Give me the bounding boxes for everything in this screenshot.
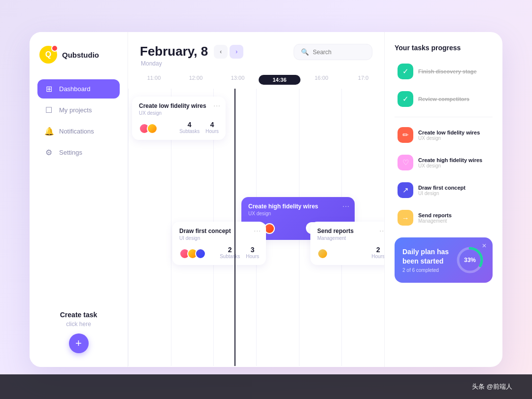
task-menu-dots[interactable]: ···: [213, 101, 221, 109]
daily-plan-text: Daily plan has been started 2 of 6 compl…: [402, 247, 455, 272]
date-nav-buttons: ‹ ›: [214, 45, 243, 59]
hours-stat: 2 Hours: [371, 246, 384, 259]
hours-value: 4: [205, 121, 219, 129]
progress-item-icon: ✓: [398, 64, 413, 79]
circle-percent: 33%: [464, 257, 476, 264]
app-container: Q Qubstudio ⊞ Dashboard ☐ My projects 🔔 …: [30, 32, 502, 367]
dashboard-icon: ⊞: [44, 84, 53, 94]
daily-plan-title: Daily plan has been started: [402, 247, 455, 265]
progress-item-icon: ✓: [398, 91, 413, 107]
progress-item-title: Finish discovery stage: [418, 68, 490, 74]
sidebar-item-settings[interactable]: ⚙ Settings: [37, 143, 120, 162]
circle-progress: 33%: [455, 245, 485, 275]
progress-item-title: Create high fidelity wires: [418, 157, 490, 163]
search-bar[interactable]: 🔍: [294, 44, 372, 60]
avatar: [317, 248, 328, 259]
day-label: Monday: [140, 60, 243, 67]
progress-item-title: Review competitors: [418, 96, 490, 102]
task-menu-dots[interactable]: ···: [379, 227, 384, 234]
task-card-title: Draw first concept: [179, 228, 259, 234]
prev-date-button[interactable]: ‹: [214, 45, 228, 59]
watermark-bar: 头条 @前端人: [0, 374, 532, 399]
sidebar-item-notifications[interactable]: 🔔 Notifications: [37, 122, 120, 141]
progress-item-icon: →: [398, 210, 413, 226]
progress-item-title: Draw first concept: [418, 185, 490, 191]
task-card-title: Create low fidelity wires: [139, 102, 219, 109]
logo-icon: Q: [39, 46, 57, 64]
task-card-send-reports[interactable]: ··· Send reports Management 2 Hours: [310, 222, 384, 265]
progress-item[interactable]: ✓ Finish discovery stage: [395, 60, 493, 83]
progress-item-info: Create high fidelity wires UX design: [418, 157, 490, 168]
progress-item-info: Review competitors: [418, 96, 490, 102]
sidebar-item-label: My projects: [59, 106, 92, 114]
task-card-create-low[interactable]: ··· Create low fidelity wires UX design …: [132, 97, 226, 140]
watermark-text: 头条 @前端人: [472, 382, 512, 391]
sidebar-item-projects[interactable]: ☐ My projects: [37, 100, 120, 120]
sidebar-footer: Create task click here +: [37, 311, 120, 353]
progress-item-sub: UX design: [418, 163, 490, 168]
progress-item-info: Draw first concept UI design: [418, 185, 490, 196]
subtasks-value: 4: [179, 121, 200, 129]
progress-item-title: Send reports: [418, 212, 490, 218]
time-label-1600: 16:00: [300, 75, 342, 85]
timeline-area: 11:00 12:00 13:00 14:36 16:00 17:0: [128, 67, 384, 367]
time-label-1200: 12:00: [175, 75, 217, 85]
task-card-draw-first[interactable]: ··· Draw first concept UI design 2 Sub: [172, 222, 266, 265]
daily-plan-card: ✕ Daily plan has been started 2 of 6 com…: [395, 237, 493, 283]
date-nav: February, 8 ‹ › Monday: [140, 44, 243, 67]
settings-icon: ⚙: [44, 148, 53, 157]
progress-item-icon: ↗: [398, 182, 413, 198]
add-task-button[interactable]: +: [69, 333, 89, 353]
task-stats: 4 Subtasks 4 Hours: [179, 121, 219, 134]
hours-value: 2: [371, 246, 384, 254]
app-name: Qubstudio: [62, 51, 99, 59]
task-card-subtitle: UX design: [139, 110, 219, 116]
main-content: February, 8 ‹ › Monday 🔍 11:00 12:00 13:…: [128, 32, 384, 367]
task-stats: 2 Subtasks 3 Hours: [220, 246, 259, 259]
progress-item-sub: UI design: [418, 191, 490, 196]
progress-item[interactable]: ↗ Draw first concept UI design: [395, 178, 493, 202]
task-card-title: Create high fidelity wires: [248, 203, 348, 210]
next-date-button[interactable]: ›: [230, 45, 243, 59]
time-label-1300: 13:00: [217, 75, 259, 85]
progress-item-info: Create low fidelity wires UX design: [418, 130, 490, 141]
create-task-label: Create task: [37, 311, 120, 319]
timeline-grid: ··· Create low fidelity wires UX design …: [128, 89, 384, 366]
task-menu-dots[interactable]: ···: [342, 202, 350, 210]
search-input[interactable]: [313, 49, 365, 56]
sidebar-item-dashboard[interactable]: ⊞ Dashboard: [37, 79, 120, 99]
time-labels: 11:00 12:00 13:00 14:36 16:00 17:0: [128, 75, 384, 85]
subtasks-stat: 2 Subtasks: [220, 246, 240, 259]
progress-item[interactable]: ✓ Review competitors: [395, 87, 493, 111]
right-panel: Your tasks progress ✓ Finish discovery s…: [384, 32, 502, 367]
notifications-icon: 🔔: [44, 127, 53, 136]
subtasks-stat: 4 Subtasks: [179, 121, 200, 134]
task-menu-dots[interactable]: ···: [254, 227, 261, 234]
task-card-meta: 2 Subtasks 3 Hours: [179, 246, 259, 259]
progress-item-icon: ♡: [398, 155, 413, 170]
sidebar: Q Qubstudio ⊞ Dashboard ☐ My projects 🔔 …: [30, 32, 128, 367]
task-card-title: Send reports: [317, 228, 384, 234]
avatar: [147, 123, 158, 134]
avatar: [195, 248, 206, 259]
hours-stat: 3 Hours: [246, 246, 259, 259]
daily-plan-sub: 2 of 6 completed: [402, 267, 455, 273]
divider: [395, 117, 493, 117]
hours-value: 3: [246, 246, 259, 254]
task-card-subtitle: UX design: [248, 211, 348, 216]
time-label-1700: 17:0: [342, 75, 384, 85]
progress-item[interactable]: ✏ Create low fidelity wires UX design: [395, 123, 493, 147]
task-avatars: [317, 248, 328, 259]
subtasks-value: 2: [220, 246, 240, 254]
time-label-1436: 14:36: [259, 75, 300, 85]
progress-item-info: Send reports Management: [418, 212, 490, 224]
task-avatars: [139, 123, 158, 134]
progress-item-info: Finish discovery stage: [418, 68, 490, 74]
progress-item[interactable]: ♡ Create high fidelity wires UX design: [395, 151, 493, 174]
progress-item-sub: UX design: [418, 135, 490, 141]
task-card-subtitle: Management: [317, 235, 384, 241]
progress-item[interactable]: → Send reports Management: [395, 206, 493, 230]
current-date: February, 8: [140, 44, 208, 59]
task-stats: 2 Hours: [371, 246, 384, 259]
task-avatars: [179, 248, 206, 259]
